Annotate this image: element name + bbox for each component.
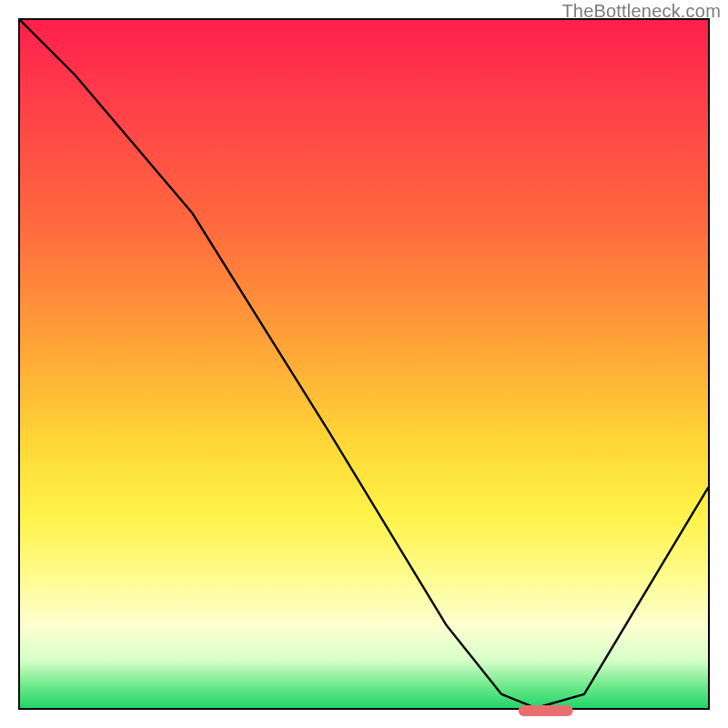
bottleneck-curve <box>20 20 708 708</box>
plot-area <box>18 18 710 710</box>
chart-stage: TheBottleneck.com <box>0 0 728 728</box>
optimal-marker <box>518 705 573 716</box>
plot-inner <box>20 20 708 708</box>
